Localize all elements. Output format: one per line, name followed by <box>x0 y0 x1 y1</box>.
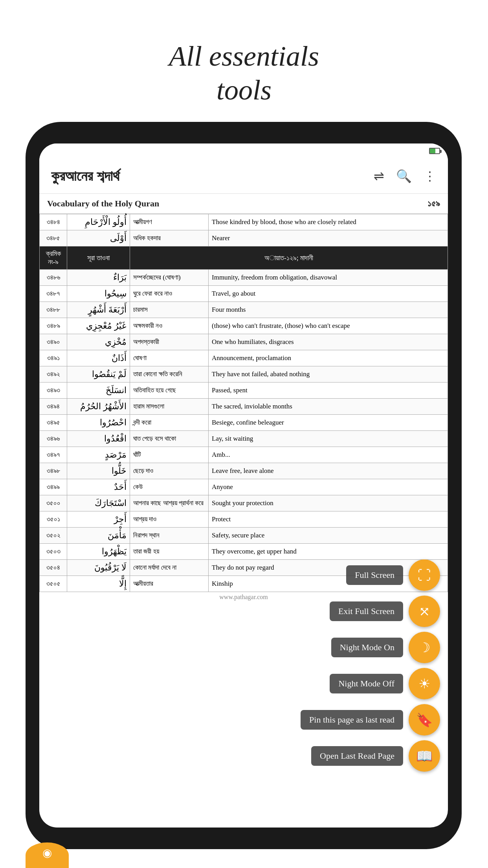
row-english: Announcement, proclamation <box>209 350 448 366</box>
row-english: One who humiliates, disgraces <box>209 334 448 350</box>
fab-tooltip-pin-page: Pin this page as last read <box>301 710 403 730</box>
table-row: ৩৪৯৩ انسَلَخَ অতিবাহিত হয়ে গেছে Passed,… <box>40 383 448 399</box>
row-english: Protect <box>209 511 448 528</box>
table-row: ৩৪৯৭ مَرْصَدٍ ঘাঁটি Amb... <box>40 447 448 463</box>
row-number: ৩৪৯৬ <box>40 431 67 447</box>
row-arabic: أَذَانٌ <box>67 350 130 366</box>
table-row: ৩৪৮৮ أَرْبَعَةَ أَشْهُرٍ চারমাস Four mon… <box>40 302 448 318</box>
fab-tooltip-fullscreen: Full Screen <box>346 565 403 585</box>
row-english: Sought your protection <box>209 495 448 511</box>
battery-icon <box>429 148 440 154</box>
row-bengali: অধিক হকদার <box>130 230 209 246</box>
row-english: Immunity, freedom from obligation, disav… <box>209 270 448 286</box>
row-number: ৩৫০২ <box>40 528 67 544</box>
fab-row-pin-page: Pin this page as last read🔖 <box>301 704 440 736</box>
row-bengali: ঘুরে ফেরা করে নাও <box>130 286 209 302</box>
row-english: Nearer <box>209 230 448 246</box>
fab-tooltip-night-mode-on: Night Mode On <box>331 638 403 657</box>
row-number: ৩৪৯৩ <box>40 383 67 399</box>
fab-btn-night-mode-on[interactable]: ☽ <box>409 632 440 663</box>
row-arabic: أَجِرْ <box>67 511 130 528</box>
section-header-row: ক্রমিক নং-৯ সূরা তাওবা অায়াত-১২৯; মাদান… <box>40 246 448 270</box>
page-title: All essentialstools <box>0 39 488 107</box>
table-row: ৩৪৮৫ أَوْلَى অধিক হকদার Nearer <box>40 230 448 246</box>
row-bengali: ঘাঁটি <box>130 447 209 463</box>
row-bengali: অপদস্তকারী <box>130 334 209 350</box>
bottom-fab-partial[interactable]: ◉ <box>26 842 69 868</box>
row-arabic: اقْعُدُوا <box>67 431 130 447</box>
fab-tooltip-open-last-read: Open Last Read Page <box>311 746 403 766</box>
app-bar-icons: ⇌ 🔍 ⋮ <box>374 169 436 184</box>
translate-icon[interactable]: ⇌ <box>374 169 384 184</box>
table-row: ৩৪৯৫ احْصُرُوا বন্দী করো Besiege, confin… <box>40 415 448 431</box>
row-arabic: أَرْبَعَةَ أَشْهُرٍ <box>67 302 130 318</box>
fab-tooltip-night-mode-off: Night Mode Off <box>330 674 403 693</box>
row-english: Travel, go about <box>209 286 448 302</box>
row-bengali: অক্ষমকারী নও <box>130 318 209 334</box>
page-number: ১৫৯ <box>427 199 440 209</box>
row-bengali: ঘোষণা <box>130 350 209 366</box>
fab-row-night-mode-off: Night Mode Off☀ <box>330 668 440 699</box>
row-arabic: انسَلَخَ <box>67 383 130 399</box>
fab-btn-fullscreen[interactable]: ⛶ <box>409 559 440 591</box>
table-row: ৩৪৯২ لَمْ يَنقُصُوا তারা কোনো ক্ষতি করেন… <box>40 366 448 383</box>
table-row: ৩৪৯০ مُخْزِي অপদস্তকারী One who humiliat… <box>40 334 448 350</box>
row-bengali: তারা জয়ী হয় <box>130 544 209 560</box>
table-row: ৩৪৯৯ أَحَدٌ কেউ Anyone <box>40 479 448 495</box>
vocab-title: Vocabulary of the Holy Quran <box>47 199 159 209</box>
section-col2: সূরা তাওবা <box>67 246 130 270</box>
row-arabic: مَأْمَنَ <box>67 528 130 544</box>
row-number: ৩৫০৩ <box>40 544 67 560</box>
fab-row-fullscreen: Full Screen⛶ <box>346 559 440 591</box>
row-arabic: مَرْصَدٍ <box>67 447 130 463</box>
table-row: ৩৫০৩ يَظْهَرُوا তারা জয়ী হয় They overc… <box>40 544 448 560</box>
fab-btn-pin-page[interactable]: 🔖 <box>409 704 440 736</box>
row-number: ৩৪৯৯ <box>40 479 67 495</box>
row-number: ৩৪৯১ <box>40 350 67 366</box>
table-row: ৩৪৮৬ بَرَاءٌ সম্পর্কচ্ছেদের (ঘোষণা) Immu… <box>40 270 448 286</box>
row-bengali: ঘাত পেড়ে বসে থাকো <box>130 431 209 447</box>
section-col1: ক্রমিক নং-৯ <box>40 246 67 270</box>
table-row: ৩৪৯১ أَذَانٌ ঘোষণা Announcement, proclam… <box>40 350 448 366</box>
row-bengali: তারা কোনো ক্ষতি করেনি <box>130 366 209 383</box>
fab-btn-open-last-read[interactable]: 📖 <box>409 740 440 772</box>
row-arabic: أَحَدٌ <box>67 479 130 495</box>
row-arabic: اسْتَجَارَكَ <box>67 495 130 511</box>
row-english: Besiege, confine beleaguer <box>209 415 448 431</box>
row-arabic: الأَشْهُرُ الحُرُمُ <box>67 399 130 415</box>
row-number: ৩৪৯৪ <box>40 399 67 415</box>
row-english: They have not failed, abated nothing <box>209 366 448 383</box>
row-arabic: غَيْرُ مُعْجِزِي <box>67 318 130 334</box>
row-english: Leave free, leave alone <box>209 463 448 479</box>
row-bengali: বন্দী করো <box>130 415 209 431</box>
row-number: ৩৫০১ <box>40 511 67 528</box>
page-header: Vocabulary of the Holy Quran ১৫৯ <box>39 194 448 214</box>
row-number: ৩৪৯৭ <box>40 447 67 463</box>
row-number: ৩৪৯২ <box>40 366 67 383</box>
row-bengali: অতিবাহিত হয়ে গেছে <box>130 383 209 399</box>
phone-screen: কুরআনের শব্দার্থ ⇌ 🔍 ⋮ Vocabulary of the… <box>39 143 448 828</box>
app-bar-title: কুরআনের শব্দার্থ <box>51 168 374 184</box>
row-arabic: يَظْهَرُوا <box>67 544 130 560</box>
section-col3: অায়াত-১২৯; মাদানী <box>130 246 448 270</box>
row-bengali: আশ্রয় দাও <box>130 511 209 528</box>
table-row: ৩৪৮৯ غَيْرُ مُعْجِزِي অক্ষমকারী নও (thos… <box>40 318 448 334</box>
fab-btn-exit-fullscreen[interactable]: ⤧ <box>409 596 440 627</box>
fab-row-open-last-read: Open Last Read Page📖 <box>311 740 440 772</box>
search-icon[interactable]: 🔍 <box>396 169 412 184</box>
row-number: ৩৪৮৫ <box>40 230 67 246</box>
row-bengali: সম্পর্কচ্ছেদের (ঘোষণা) <box>130 270 209 286</box>
row-english: Amb... <box>209 447 448 463</box>
more-options-icon[interactable]: ⋮ <box>424 169 436 184</box>
fab-tooltip-exit-fullscreen: Exit Full Screen <box>330 601 403 621</box>
row-number: ৩৪৮৮ <box>40 302 67 318</box>
fab-btn-night-mode-off[interactable]: ☀ <box>409 668 440 699</box>
table-row: ৩৪৯৮ خَلُّوا ছেড়ে দাও Leave free, leave… <box>40 463 448 479</box>
row-english: Those kindred by blood, those who are cl… <box>209 214 448 230</box>
table-row: ৩৪৯৬ اقْعُدُوا ঘাত পেড়ে বসে থাকো Lay, s… <box>40 431 448 447</box>
app-bar: কুরআনের শব্দার্থ ⇌ 🔍 ⋮ <box>39 158 448 194</box>
fab-row-night-mode-on: Night Mode On☽ <box>331 632 440 663</box>
title-area: All essentialstools <box>0 0 488 131</box>
footer-buttons: Full Screen⛶Exit Full Screen⤧Night Mode … <box>39 559 448 788</box>
row-english: (those) who can't frustrate, (those) who… <box>209 318 448 334</box>
